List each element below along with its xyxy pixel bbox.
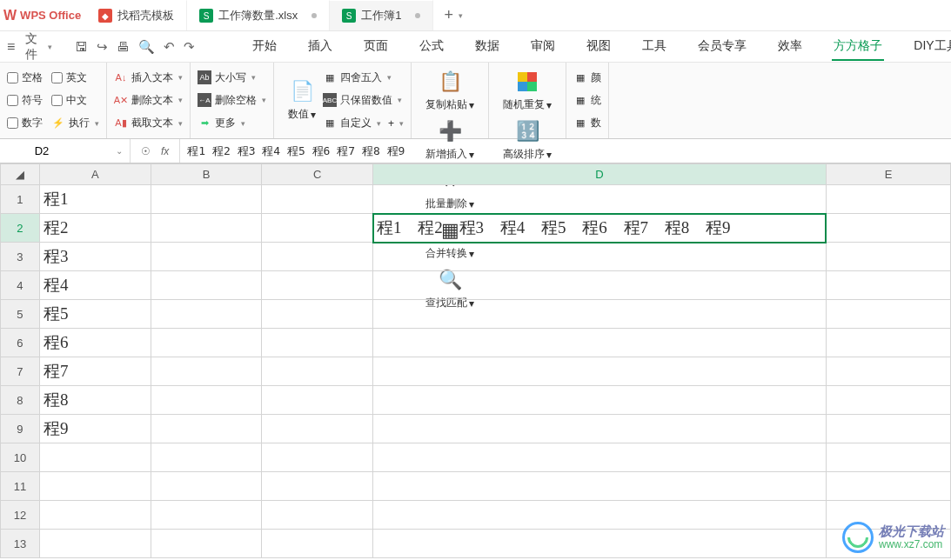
tab-formula[interactable]: 公式: [418, 33, 445, 61]
cell[interactable]: [151, 185, 262, 214]
cell[interactable]: [373, 329, 827, 357]
number-button[interactable]: 📄 数值▾: [281, 66, 323, 135]
cell[interactable]: [151, 271, 262, 300]
file-menu[interactable]: 文件: [25, 31, 37, 63]
cell[interactable]: [373, 185, 827, 214]
row-header[interactable]: 7: [1, 357, 40, 386]
cell[interactable]: [826, 415, 950, 443]
cell[interactable]: [262, 530, 373, 558]
cell[interactable]: [151, 472, 262, 501]
cell[interactable]: [151, 214, 262, 243]
cell[interactable]: [151, 386, 262, 415]
cell[interactable]: [39, 501, 151, 530]
formula-content[interactable]: 程1 程2 程3 程4 程5 程6 程7 程8 程9: [180, 143, 951, 159]
custom-button[interactable]: ▦自定义▾ +▾: [323, 114, 404, 132]
cell[interactable]: [262, 300, 373, 329]
col-header-a[interactable]: A: [39, 164, 151, 185]
cell[interactable]: [39, 443, 151, 472]
cell[interactable]: [39, 530, 151, 558]
cell[interactable]: 程7: [39, 357, 151, 386]
cell[interactable]: [373, 472, 827, 501]
row-header[interactable]: 13: [1, 530, 40, 558]
cell[interactable]: [826, 271, 950, 300]
save-icon[interactable]: 🖫: [75, 39, 88, 55]
count-item[interactable]: ▦数: [573, 114, 601, 132]
row-header[interactable]: 10: [1, 443, 40, 472]
cell[interactable]: [373, 443, 827, 472]
undo-icon[interactable]: ↶: [164, 39, 175, 55]
delete-space[interactable]: ←A删除空格▾: [198, 91, 266, 110]
cell[interactable]: [262, 443, 373, 472]
cell[interactable]: [262, 271, 373, 300]
cell[interactable]: [262, 357, 373, 386]
round-button[interactable]: ▦四舍五入▾: [323, 69, 404, 87]
check-symbol[interactable]: 符号: [7, 89, 43, 111]
cell[interactable]: [151, 530, 262, 558]
cell[interactable]: [262, 185, 373, 214]
check-number[interactable]: 数字: [7, 112, 43, 135]
cell[interactable]: [262, 472, 373, 501]
cell[interactable]: [373, 415, 827, 443]
tab-review[interactable]: 审阅: [529, 33, 557, 61]
share-icon[interactable]: ↪: [97, 39, 108, 55]
row-header[interactable]: 11: [1, 472, 40, 501]
spreadsheet[interactable]: ◢ A B C D E 1程12程2程1 程2 程3 程4 程5 程6 程7 程…: [0, 163, 951, 560]
tab-workbook1[interactable]: S 工作簿1: [330, 0, 433, 30]
col-header-e[interactable]: E: [826, 164, 950, 185]
row-header[interactable]: 12: [1, 501, 40, 530]
row-header[interactable]: 6: [1, 329, 40, 357]
row-header[interactable]: 8: [1, 386, 40, 415]
dropdown-icon[interactable]: ⌄: [116, 146, 123, 156]
cell[interactable]: [826, 185, 950, 214]
cell[interactable]: [151, 501, 262, 530]
cell[interactable]: [151, 300, 262, 329]
cell[interactable]: [151, 357, 262, 386]
check-chinese[interactable]: 中文: [51, 89, 99, 111]
delete-text[interactable]: A✕删除文本▾: [114, 91, 183, 110]
tab-diy[interactable]: DIY工具箱: [912, 33, 951, 61]
cell[interactable]: [39, 472, 151, 501]
cell[interactable]: [826, 443, 950, 472]
hamburger-icon[interactable]: ≡: [7, 39, 15, 55]
cell[interactable]: 程9: [39, 415, 151, 443]
cell[interactable]: [373, 530, 827, 558]
cell[interactable]: 程6: [39, 329, 151, 357]
cell[interactable]: [373, 386, 827, 415]
cell[interactable]: [262, 214, 373, 243]
tab-view[interactable]: 视图: [585, 33, 613, 61]
check-english[interactable]: 英文: [51, 66, 99, 89]
tab-member[interactable]: 会员专享: [696, 33, 748, 61]
select-all-corner[interactable]: ◢: [1, 164, 40, 185]
cancel-icon[interactable]: ☉: [141, 145, 151, 157]
cell[interactable]: 程8: [39, 386, 151, 415]
cell[interactable]: [826, 214, 950, 243]
tab-insert[interactable]: 插入: [306, 33, 334, 61]
preview-icon[interactable]: 🔍: [138, 39, 155, 55]
tab-workbook-count[interactable]: S 工作簿数量.xlsx: [187, 0, 330, 30]
cell[interactable]: [262, 501, 373, 530]
random-repeat[interactable]: 随机重复▾: [496, 66, 559, 116]
cell[interactable]: [262, 415, 373, 443]
case-button[interactable]: Ab大小写▾: [198, 69, 266, 87]
cell[interactable]: [373, 243, 827, 271]
cell[interactable]: 程2: [39, 214, 151, 243]
fx-icon[interactable]: fx: [161, 145, 169, 157]
name-box[interactable]: ⌄: [0, 139, 131, 163]
print-icon[interactable]: 🖶: [117, 39, 130, 55]
cell[interactable]: [151, 415, 262, 443]
cell[interactable]: [826, 386, 950, 415]
cell[interactable]: 程3: [39, 243, 151, 271]
cell[interactable]: [262, 243, 373, 271]
tab-template[interactable]: ◆ 找稻壳模板: [86, 0, 187, 30]
redo-icon[interactable]: ↷: [184, 39, 195, 55]
row-header[interactable]: 5: [1, 300, 40, 329]
cell-name-input[interactable]: [7, 144, 77, 157]
exec-button[interactable]: ⚡执行▾: [51, 112, 99, 135]
cell[interactable]: [826, 243, 950, 271]
row-header[interactable]: 2: [1, 214, 40, 243]
cell[interactable]: [826, 329, 950, 357]
tab-fanggezi[interactable]: 方方格子: [832, 33, 884, 61]
cell[interactable]: [373, 271, 827, 300]
tab-data[interactable]: 数据: [473, 33, 501, 61]
cell[interactable]: [262, 386, 373, 415]
